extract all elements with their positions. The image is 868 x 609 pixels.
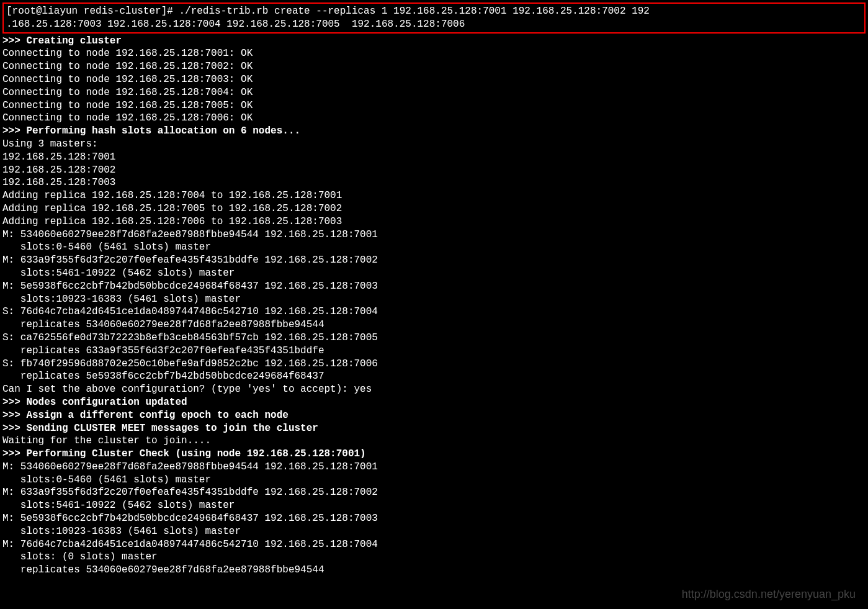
using-masters-label: Using 3 masters:: [2, 138, 866, 151]
node-config-line: slots:0-5460 (5461 slots) master: [2, 241, 866, 254]
masters-list: 192.168.25.128:7001 192.168.25.128:7002 …: [2, 151, 866, 189]
confirm-prompt[interactable]: Can I set the above configuration? (type…: [2, 383, 866, 396]
check-node-line: slots:0-5460 (5461 slots) master: [2, 474, 866, 487]
check-node-line: M: 633a9f355f6d3f2c207f0efeafe435f4351bd…: [2, 486, 866, 499]
connecting-line: Connecting to node 192.168.25.128:7006: …: [2, 112, 866, 125]
node-config-line: S: ca762556fe0d73b72223b8efb3ceb84563bf5…: [2, 332, 866, 345]
node-config-line: replicates 633a9f355f6d3f2c207f0efeafe43…: [2, 345, 866, 358]
node-config-line: S: 76d64c7cba42d6451ce1da04897447486c542…: [2, 305, 866, 318]
command-highlight-box: [root@liayun redis-cluster]# ./redis-tri…: [2, 2, 866, 34]
check-node-line: M: 76d64c7cba42d6451ce1da04897447486c542…: [2, 538, 866, 551]
connecting-line: Connecting to node 192.168.25.128:7003: …: [2, 73, 866, 86]
check-node-line: slots:10923-16383 (5461 slots) master: [2, 525, 866, 538]
node-config-line: M: 5e5938f6cc2cbf7b42bd50bbcdce249684f68…: [2, 280, 866, 293]
watermark-text: http://blog.csdn.net/yerenyuan_pku: [682, 587, 856, 602]
check-node-line: slots: (0 slots) master: [2, 551, 866, 564]
connecting-block: Connecting to node 192.168.25.128:7001: …: [2, 47, 866, 125]
connecting-line: Connecting to node 192.168.25.128:7005: …: [2, 99, 866, 112]
creating-cluster-header: >>> Creating cluster: [2, 35, 866, 48]
command-text-line1[interactable]: [root@liayun redis-cluster]# ./redis-tri…: [6, 5, 862, 18]
check-node-line: M: 5e5938f6cc2cbf7b42bd50bbcdce249684f68…: [2, 512, 866, 525]
node-config-line: replicates 5e5938f6cc2cbf7b42bd50bbcdce2…: [2, 370, 866, 383]
check-nodes-block: M: 534060e60279ee28f7d68fa2ee87988fbbe94…: [2, 461, 866, 577]
adding-replica-line: Adding replica 192.168.25.128:7006 to 19…: [2, 215, 866, 228]
connecting-line: Connecting to node 192.168.25.128:7002: …: [2, 60, 866, 73]
adding-replica-line: Adding replica 192.168.25.128:7005 to 19…: [2, 202, 866, 215]
cluster-check-header: >>> Performing Cluster Check (using node…: [2, 448, 866, 461]
node-config-line: S: fb740f29596d88702e250c10befe9afd9852c…: [2, 358, 866, 371]
assign-epoch-header: >>> Assign a different config epoch to e…: [2, 409, 866, 422]
check-node-line: replicates 534060e60279ee28f7d68fa2ee879…: [2, 564, 866, 577]
hash-slots-header: >>> Performing hash slots allocation on …: [2, 125, 866, 138]
check-node-line: M: 534060e60279ee28f7d68fa2ee87988fbbe94…: [2, 461, 866, 474]
check-node-line: slots:5461-10922 (5462 slots) master: [2, 499, 866, 512]
nodes-updated-header: >>> Nodes configuration updated: [2, 396, 866, 409]
node-config-line: M: 633a9f355f6d3f2c207f0efeafe435f4351bd…: [2, 254, 866, 267]
master-address: 192.168.25.128:7002: [2, 164, 866, 177]
node-config-line: M: 534060e60279ee28f7d68fa2ee87988fbbe94…: [2, 228, 866, 241]
sending-meet-header: >>> Sending CLUSTER MEET messages to joi…: [2, 422, 866, 435]
command-text-line2[interactable]: .168.25.128:7003 192.168.25.128:7004 192…: [6, 18, 862, 31]
nodes-config-block: M: 534060e60279ee28f7d68fa2ee87988fbbe94…: [2, 228, 866, 384]
node-config-line: slots:5461-10922 (5462 slots) master: [2, 267, 866, 280]
adding-replica-line: Adding replica 192.168.25.128:7004 to 19…: [2, 189, 866, 202]
connecting-line: Connecting to node 192.168.25.128:7004: …: [2, 86, 866, 99]
node-config-line: slots:10923-16383 (5461 slots) master: [2, 293, 866, 306]
node-config-line: replicates 534060e60279ee28f7d68fa2ee879…: [2, 318, 866, 332]
waiting-line: Waiting for the cluster to join....: [2, 435, 866, 448]
master-address: 192.168.25.128:7003: [2, 176, 866, 189]
master-address: 192.168.25.128:7001: [2, 151, 866, 164]
adding-replicas-block: Adding replica 192.168.25.128:7004 to 19…: [2, 189, 866, 228]
connecting-line: Connecting to node 192.168.25.128:7001: …: [2, 47, 866, 60]
